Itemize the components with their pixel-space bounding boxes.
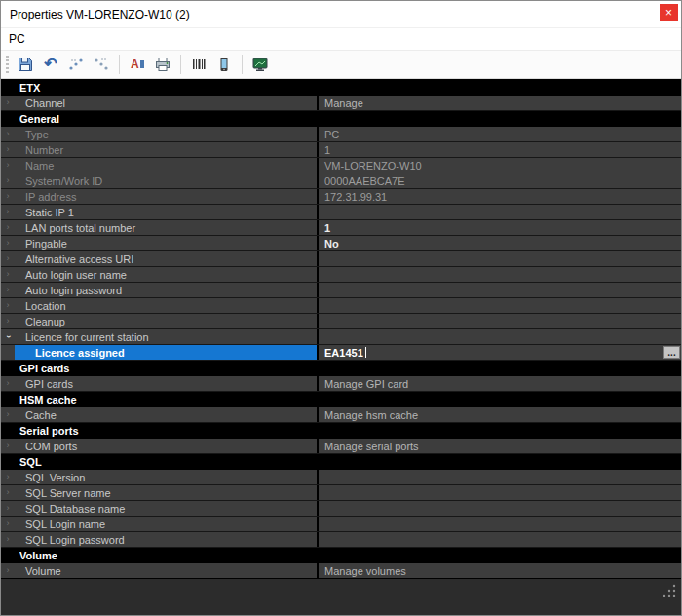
property-row[interactable]: ›Number1 [1, 142, 681, 158]
property-row[interactable]: ›TypePC [1, 127, 681, 142]
property-name-cell[interactable]: ›Channel [1, 96, 319, 110]
property-row[interactable]: Licence assignedEA1451... [1, 345, 681, 361]
category-row[interactable]: GPI cards [1, 361, 681, 376]
property-row[interactable]: ›Licence for current station [1, 329, 681, 345]
property-row[interactable]: ›SQL Login name [1, 517, 681, 532]
property-row[interactable]: ›COM portsManage serial ports [1, 439, 681, 454]
property-name-cell[interactable]: ›Name [1, 158, 319, 173]
ellipsis-button[interactable]: ... [663, 346, 680, 359]
property-name-cell[interactable]: ›System/Work ID [1, 173, 319, 188]
property-name-cell[interactable]: ›Licence for current station [1, 329, 319, 344]
property-row[interactable]: ›Alternative access URI [1, 251, 681, 267]
property-name-cell[interactable]: ›Volume [1, 563, 319, 578]
property-value-cell[interactable] [319, 298, 681, 313]
property-value-cell[interactable]: Manage serial ports [319, 439, 681, 453]
property-row[interactable]: ›SQL Version [1, 470, 681, 485]
property-value-cell[interactable]: No [319, 236, 681, 250]
property-name-cell[interactable]: ›COM ports [1, 439, 319, 453]
property-row[interactable]: ›GPI cardsManage GPI card [1, 376, 681, 392]
property-name-cell[interactable]: ›LAN ports total number [1, 220, 319, 235]
toolbar-grip[interactable] [6, 56, 9, 73]
category-row[interactable]: ETX [1, 80, 681, 96]
property-row[interactable]: ›Static IP 1 [1, 205, 681, 220]
property-value-cell[interactable]: Manage GPI card [319, 376, 681, 391]
property-value-cell[interactable] [319, 501, 681, 516]
property-name-cell[interactable]: ›Type [1, 127, 319, 141]
chevron-down-icon[interactable]: › [1, 330, 16, 344]
barcode-icon [190, 56, 208, 73]
chevron-right-icon: › [1, 127, 15, 141]
resize-grip-icon[interactable] [662, 583, 677, 598]
property-row[interactable]: ›SQL Login password [1, 532, 681, 548]
property-name-cell[interactable]: ›Pingable [1, 236, 319, 250]
category-row[interactable]: Volume [1, 548, 681, 563]
remote-screen-button[interactable] [248, 53, 272, 76]
property-row[interactable]: ›VolumeManage volumes [1, 563, 681, 578]
property-name-cell[interactable]: ›GPI cards [1, 376, 319, 391]
property-name-cell[interactable]: ›Alternative access URI [1, 251, 319, 266]
property-name-cell[interactable]: ›Cache [1, 407, 319, 422]
disconnect-dots-button[interactable] [90, 53, 113, 76]
font-button[interactable]: A [126, 53, 149, 76]
property-value-cell[interactable]: 0000AAEBCA7E [319, 173, 681, 188]
property-row[interactable]: ›LAN ports total number1 [1, 220, 681, 236]
category-row[interactable]: SQL [1, 454, 681, 470]
property-row[interactable]: ›IP address172.31.99.31 [1, 189, 681, 205]
property-row[interactable]: ›SQL Database name [1, 501, 681, 517]
property-name-cell[interactable]: ›SQL Database name [1, 501, 319, 516]
property-row[interactable]: ›Cleanup [1, 314, 681, 329]
property-value-cell[interactable]: Manage hsm cache [319, 407, 681, 422]
category-row[interactable]: General [1, 111, 681, 127]
property-value-cell[interactable]: EA1451... [319, 345, 681, 360]
property-value-cell[interactable]: 172.31.99.31 [319, 189, 681, 204]
undo-button[interactable]: ↶ [39, 53, 62, 76]
property-name-cell[interactable]: ›SQL Server name [1, 485, 319, 500]
barcode-button[interactable] [187, 53, 210, 76]
property-value-cell[interactable]: 1 [319, 142, 681, 157]
property-row[interactable]: ›SQL Server name [1, 485, 681, 501]
property-row[interactable]: ›Auto login user name [1, 267, 681, 283]
category-row[interactable]: Serial ports [1, 423, 681, 439]
property-name-cell[interactable]: ›Number [1, 142, 319, 157]
property-row[interactable]: ›ChannelManage [1, 96, 681, 111]
property-value-cell[interactable] [319, 251, 681, 266]
property-name-cell[interactable]: ›Static IP 1 [1, 205, 319, 219]
property-value-cell[interactable]: Manage [319, 96, 681, 110]
property-row[interactable]: ›CacheManage hsm cache [1, 407, 681, 423]
property-name-cell[interactable]: ›Location [1, 298, 319, 313]
property-row[interactable]: ›System/Work ID0000AAEBCA7E [1, 173, 681, 189]
property-value-cell[interactable] [319, 517, 681, 531]
property-row[interactable]: ›Auto login password [1, 283, 681, 298]
property-value-cell[interactable]: VM-LORENZO-W10 [319, 158, 681, 173]
property-value-cell[interactable] [319, 470, 681, 484]
property-value-cell[interactable] [319, 283, 681, 297]
property-name-cell[interactable]: ›SQL Login password [1, 532, 319, 547]
connect-dots-button[interactable] [64, 53, 88, 76]
property-name-cell[interactable]: ›SQL Version [1, 470, 319, 484]
property-value-cell[interactable]: PC [319, 127, 681, 141]
property-row[interactable]: ›PingableNo [1, 236, 681, 251]
property-value-cell[interactable] [319, 205, 681, 219]
property-value-cell[interactable] [319, 329, 681, 344]
property-name-cell[interactable]: ›IP address [1, 189, 319, 204]
menu-item-pc[interactable]: PC [1, 30, 33, 48]
property-value-cell[interactable] [319, 485, 681, 500]
toolbar-separator [180, 55, 181, 74]
category-row[interactable]: HSM cache [1, 392, 681, 407]
property-name-cell[interactable]: ›Auto login password [1, 283, 319, 297]
property-row[interactable]: ›Location [1, 298, 681, 314]
close-button[interactable]: × [660, 4, 678, 21]
printer-button[interactable] [151, 53, 174, 76]
property-value-cell[interactable] [319, 267, 681, 282]
property-name-cell[interactable]: ›Auto login user name [1, 267, 319, 282]
property-row[interactable]: ›NameVM-LORENZO-W10 [1, 158, 681, 173]
property-value-cell[interactable]: Manage volumes [319, 563, 681, 578]
property-name-cell[interactable]: ›SQL Login name [1, 517, 319, 531]
property-value-cell[interactable]: 1 [319, 220, 681, 235]
property-value-cell[interactable] [319, 532, 681, 547]
property-name-cell[interactable]: Licence assigned [1, 345, 319, 360]
property-value-cell[interactable] [319, 314, 681, 328]
property-name-cell[interactable]: ›Cleanup [1, 314, 319, 328]
mobile-phone-button[interactable] [212, 53, 236, 76]
save-button[interactable] [14, 53, 37, 76]
